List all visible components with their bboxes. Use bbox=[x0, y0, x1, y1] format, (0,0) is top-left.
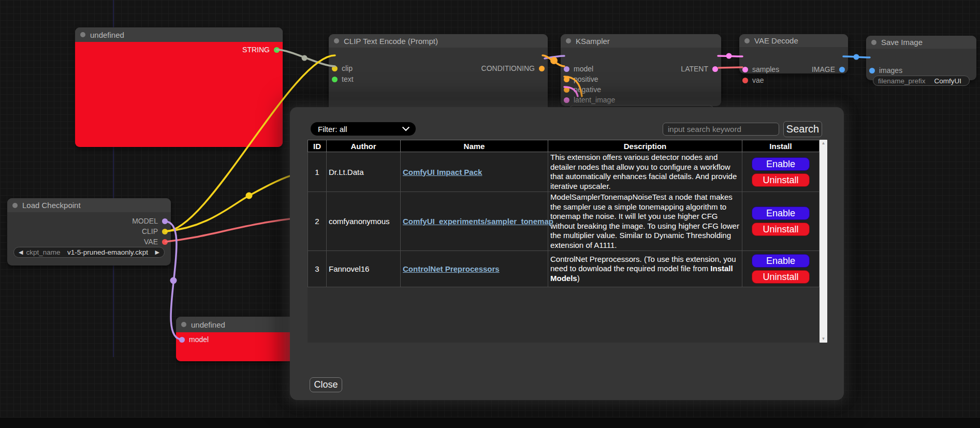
input-slot-latent-image[interactable]: latent_image bbox=[564, 97, 615, 103]
header-author: Author bbox=[327, 140, 401, 152]
cell-name: ControlNet Preprocessors bbox=[401, 251, 548, 287]
node-collapse-dot-icon[interactable] bbox=[744, 38, 750, 43]
node-collapse-dot-icon[interactable] bbox=[871, 40, 876, 45]
node-title-bar[interactable]: CLIP Text Encode (Prompt) bbox=[329, 34, 548, 48]
filter-select[interactable]: Filter: all bbox=[311, 122, 416, 136]
uninstall-button[interactable]: Uninstall bbox=[752, 223, 810, 236]
input-slot-text[interactable]: text bbox=[332, 76, 354, 82]
enable-button[interactable]: Enable bbox=[752, 157, 810, 171]
extension-link[interactable]: ComfyUI Impact Pack bbox=[403, 168, 482, 176]
cell-author: Dr.Lt.Data bbox=[327, 152, 401, 192]
node-title-bar[interactable]: VAE Decode bbox=[739, 34, 848, 47]
node-ksampler[interactable]: KSampler model positive negative latent_… bbox=[561, 34, 721, 106]
node-title-bar[interactable]: KSampler bbox=[561, 34, 721, 48]
cell-name: ComfyUI Impact Pack bbox=[401, 152, 548, 192]
cell-install: EnableUninstall bbox=[742, 152, 820, 192]
node-collapse-dot-icon[interactable] bbox=[334, 38, 339, 43]
extension-link[interactable]: ControlNet Preprocessors bbox=[403, 264, 500, 273]
input-slot-vae[interactable]: vae bbox=[742, 77, 764, 83]
input-dot-vae[interactable] bbox=[742, 78, 748, 83]
output-slot-string[interactable]: STRING bbox=[242, 47, 280, 53]
cell-description: This extension offers various detector n… bbox=[548, 152, 742, 192]
output-dot-model[interactable] bbox=[162, 218, 168, 224]
input-dot-model[interactable] bbox=[179, 337, 185, 343]
input-dot-latent-image[interactable] bbox=[564, 97, 569, 103]
reroute-dot-conditioning[interactable] bbox=[550, 57, 558, 64]
output-slot-latent[interactable]: LATENT bbox=[681, 66, 718, 72]
chevron-down-icon bbox=[402, 124, 409, 131]
node-title-bar[interactable]: Save Image bbox=[866, 36, 976, 49]
input-slot-samples[interactable]: samples bbox=[742, 66, 779, 72]
output-dot-image[interactable] bbox=[839, 67, 845, 72]
cell-install: EnableUninstall bbox=[742, 192, 820, 251]
input-slot-images[interactable]: images bbox=[869, 67, 902, 73]
output-slot-clip[interactable]: CLIP bbox=[142, 228, 168, 234]
enable-button[interactable]: Enable bbox=[752, 206, 810, 220]
reroute-dot-string[interactable] bbox=[302, 55, 308, 61]
output-slot-model[interactable]: MODEL bbox=[132, 218, 168, 224]
node-title-bar[interactable]: undefined bbox=[176, 317, 296, 332]
input-dot-images[interactable] bbox=[869, 68, 875, 73]
input-slot-negative[interactable]: negative bbox=[564, 86, 601, 93]
output-dot-latent[interactable] bbox=[712, 66, 718, 72]
extension-link[interactable]: ComfyUI_experiments/sampler_tonemap bbox=[403, 217, 553, 226]
output-slot-conditioning[interactable]: CONDITIONING bbox=[481, 65, 545, 71]
cell-id: 3 bbox=[308, 251, 327, 287]
input-slot-positive[interactable]: positive bbox=[564, 76, 598, 82]
reroute-dot-latent[interactable] bbox=[726, 53, 732, 59]
cell-id: 1 bbox=[308, 152, 327, 192]
filename-prefix-widget[interactable]: filename_prefix ComfyUI bbox=[873, 76, 970, 86]
reroute-dot-model[interactable] bbox=[170, 277, 177, 284]
ckpt-name-widget[interactable]: ◀ ckpt_name v1-5-pruned-emaonly.ckpt ▶ bbox=[13, 247, 165, 258]
node-collapse-dot-icon[interactable] bbox=[566, 38, 571, 43]
input-dot-model[interactable] bbox=[564, 66, 569, 72]
node-clip-text-encode[interactable]: CLIP Text Encode (Prompt) clip text COND… bbox=[329, 34, 548, 112]
node-vae-decode[interactable]: VAE Decode samples vae IMAGE bbox=[739, 34, 848, 73]
search-input[interactable] bbox=[663, 123, 779, 136]
scrollbar-down-icon[interactable]: ▼ bbox=[822, 335, 826, 343]
node-collapse-dot-icon[interactable] bbox=[181, 322, 186, 327]
output-dot-conditioning[interactable] bbox=[539, 66, 545, 71]
output-dot-string[interactable] bbox=[274, 47, 280, 53]
output-dot-vae[interactable] bbox=[162, 239, 168, 245]
uninstall-button[interactable]: Uninstall bbox=[752, 270, 810, 284]
node-load-checkpoint[interactable]: Load Checkpoint MODEL CLIP VAE ◀ ckpt_na… bbox=[7, 198, 171, 265]
comfyui-app: { "canvas": { "nodes": { "undefined_top"… bbox=[0, 0, 980, 428]
output-slot-image[interactable]: IMAGE bbox=[812, 66, 845, 72]
search-button[interactable]: Search bbox=[783, 121, 822, 137]
input-dot-text[interactable] bbox=[332, 77, 338, 82]
reroute-dot-image[interactable] bbox=[854, 54, 859, 60]
header-id: ID bbox=[308, 140, 327, 152]
node-collapse-dot-icon[interactable] bbox=[80, 32, 85, 37]
node-save-image[interactable]: Save Image images filename_prefix ComfyU… bbox=[866, 36, 976, 80]
node-collapse-dot-icon[interactable] bbox=[12, 203, 18, 208]
input-dot-negative[interactable] bbox=[564, 87, 569, 93]
close-button[interactable]: Close bbox=[310, 377, 342, 392]
cell-description: ModelSamplerTonemapNoiseTest a node that… bbox=[548, 192, 742, 251]
table-row: 2comfyanonymousComfyUI_experiments/sampl… bbox=[308, 192, 820, 251]
output-dot-clip[interactable] bbox=[162, 229, 168, 234]
node-title-bar[interactable]: Load Checkpoint bbox=[7, 198, 171, 212]
node-title-bar[interactable]: undefined bbox=[75, 27, 283, 42]
node-title-label: Load Checkpoint bbox=[22, 201, 81, 210]
uninstall-button[interactable]: Uninstall bbox=[752, 173, 810, 187]
input-slot-model[interactable]: model bbox=[564, 66, 593, 72]
input-slot-model[interactable]: model bbox=[179, 336, 209, 343]
scrollbar[interactable]: ▲ ▼ bbox=[820, 140, 827, 343]
output-slot-vae[interactable]: VAE bbox=[144, 239, 168, 245]
node-undefined-top[interactable]: undefined STRING bbox=[75, 27, 283, 147]
widget-decrement-icon[interactable]: ◀ bbox=[19, 249, 23, 256]
node-title-label: undefined bbox=[191, 320, 225, 329]
node-undefined-bottom[interactable]: undefined model bbox=[176, 317, 296, 361]
input-dot-samples[interactable] bbox=[742, 67, 748, 72]
enable-button[interactable]: Enable bbox=[752, 254, 810, 268]
input-dot-positive[interactable] bbox=[564, 77, 569, 82]
scrollbar-up-icon[interactable]: ▲ bbox=[822, 140, 826, 147]
widget-increment-icon[interactable]: ▶ bbox=[155, 249, 159, 256]
manager-dialog: Filter: all Search ID Author Name Descri… bbox=[290, 107, 844, 400]
extensions-scroll-area: ID Author Name Description Install 1Dr.L… bbox=[308, 140, 827, 343]
reroute-dot-clip[interactable] bbox=[246, 193, 253, 199]
input-slot-clip[interactable]: clip bbox=[332, 65, 353, 71]
input-dot-clip[interactable] bbox=[332, 66, 338, 71]
filter-selected-label: Filter: all bbox=[318, 125, 347, 134]
